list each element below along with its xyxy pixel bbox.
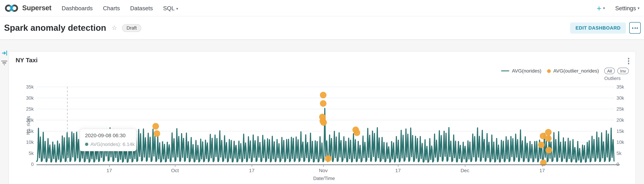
right-y-axis-tick-label: 25k bbox=[616, 106, 624, 112]
series-dot-icon bbox=[85, 143, 88, 146]
superset-app: Superset Dashboards Charts Datasets SQL▾… bbox=[0, 0, 644, 184]
settings-label: Settings bbox=[615, 5, 636, 11]
y-axis-tick-label: 25k bbox=[22, 106, 34, 112]
more-actions-button[interactable] bbox=[629, 22, 641, 34]
nav-item-sql[interactable]: SQL▾ bbox=[163, 5, 178, 11]
chart-kebab-menu-icon[interactable] bbox=[627, 57, 630, 65]
x-axis-tick-mark bbox=[542, 165, 542, 167]
chart-legend: AVG(norides) AVG(outlier_norides) All In… bbox=[501, 68, 629, 74]
x-axis-tick-label: 17 bbox=[101, 168, 118, 173]
favorite-star-icon[interactable]: ☆ bbox=[112, 24, 117, 31]
brand-name[interactable]: Superset bbox=[22, 4, 52, 12]
outlier-point[interactable]: 2020-12-16 12:00: 8800 bbox=[538, 142, 545, 148]
y-axis-tick-label: 30k bbox=[22, 95, 34, 101]
chevron-down-icon: ▾ bbox=[176, 6, 178, 11]
legend-select-all-button[interactable]: All bbox=[604, 68, 615, 74]
header-actions: EDIT DASHBOARD bbox=[570, 22, 644, 34]
x-axis-tick-mark bbox=[323, 165, 324, 167]
x-axis-line bbox=[36, 164, 620, 165]
outlier-point[interactable]: 2020-12-18 15:00: 6400 bbox=[545, 147, 552, 154]
outlier-point[interactable]: 2020-11-07 12:00: 14300 bbox=[354, 129, 360, 136]
chart-tooltip: 2020-09-08 06:30 AVG(norides): 6.14k bbox=[80, 129, 136, 151]
chart-plot-area[interactable]: NY Taxi AVG(norides) AVG(outlier_norides… bbox=[9, 52, 636, 184]
legend-item-norides[interactable]: AVG(norides) bbox=[501, 68, 541, 74]
outlier-point[interactable]: 2020-09-26 12:00: 13900 bbox=[154, 130, 160, 137]
ellipsis-icon bbox=[632, 27, 633, 28]
dashboard-content: NY Taxi AVG(norides) AVG(outlier_norides… bbox=[0, 40, 644, 184]
page-title: Spark anomaly detection bbox=[4, 23, 106, 33]
line-swatch-icon bbox=[501, 71, 510, 72]
x-axis-tick-mark bbox=[252, 165, 252, 167]
edit-dashboard-button[interactable]: EDIT DASHBOARD bbox=[570, 22, 626, 33]
y-axis-title: No. rides bbox=[26, 112, 31, 139]
chevron-down-icon: ▾ bbox=[638, 6, 640, 10]
chart-card: NY Taxi AVG(norides) AVG(outlier_norides… bbox=[8, 51, 636, 184]
outlier-point[interactable]: 2020-11-01 11:30: 27500 bbox=[320, 100, 326, 107]
right-y-axis-tick-label: 5k bbox=[616, 151, 622, 156]
nav-item-dashboards[interactable]: Dashboards bbox=[62, 5, 93, 11]
right-y-axis-tick-label: 30k bbox=[616, 95, 624, 101]
x-axis-tick-label: 17 bbox=[534, 168, 550, 173]
outlier-point[interactable]: 2020-11-02 13:00: 2600 bbox=[325, 155, 332, 162]
dashboard-header: Spark anomaly detection ☆ Draft EDIT DAS… bbox=[0, 16, 644, 40]
timeseries-chart[interactable]: 2020-09-26 09:00: 172002020-09-26 12:00:… bbox=[36, 87, 614, 164]
circle-swatch-icon bbox=[547, 69, 551, 73]
y-axis-tick-label: 15k bbox=[22, 128, 34, 134]
x-axis-tick-mark bbox=[109, 165, 110, 167]
y-axis-tick-label: 35k bbox=[22, 84, 34, 90]
outlier-point[interactable]: 2020-11-01 11:00: 31300 bbox=[320, 92, 326, 98]
outlier-point[interactable]: 2020-12-18 12:00: 11700 bbox=[545, 135, 552, 142]
outlier-point[interactable]: 2020-12-18 09:00: 14500 bbox=[545, 129, 552, 136]
x-axis-tick-label: Dec bbox=[457, 168, 473, 173]
expand-filter-bar-icon[interactable] bbox=[2, 50, 7, 58]
x-axis-title: Date/Time bbox=[295, 176, 353, 181]
nav-right-group: + ▾ Settings ▾ bbox=[596, 4, 644, 12]
tooltip-value: AVG(norides): 6.14k bbox=[90, 141, 134, 147]
x-axis-tick-mark bbox=[398, 165, 398, 167]
x-axis-tick-label: 17 bbox=[244, 168, 260, 173]
right-y-axis-tick-label: 15k bbox=[616, 128, 624, 134]
x-axis-tick-mark bbox=[175, 165, 175, 167]
legend-invert-button[interactable]: Inv bbox=[617, 68, 629, 74]
right-y-axis-tick-label: 0 bbox=[616, 162, 619, 167]
tooltip-datetime: 2020-09-08 06:30 bbox=[85, 133, 131, 139]
new-item-button[interactable]: + ▾ bbox=[596, 4, 605, 12]
nav-item-charts[interactable]: Charts bbox=[103, 5, 120, 11]
outlier-point[interactable]: 2020-09-26 09:00: 17200 bbox=[152, 123, 159, 130]
y-axis-tick-label: 10k bbox=[22, 139, 34, 145]
right-y-axis-tick-label: 35k bbox=[616, 84, 624, 90]
chart-title: NY Taxi bbox=[16, 57, 38, 64]
x-axis-tick-label: Oct bbox=[167, 168, 183, 173]
chevron-down-icon: ▾ bbox=[603, 6, 605, 10]
plus-icon: + bbox=[596, 4, 602, 12]
outlier-point[interactable]: 2020-11-01 10:00: 18900 bbox=[320, 119, 327, 126]
outlier-point[interactable]: 2020-12-17 02:00: 700 bbox=[540, 160, 547, 166]
filter-list-icon[interactable] bbox=[1, 61, 7, 65]
superset-logo-icon[interactable] bbox=[4, 3, 19, 13]
y-axis-tick-label: 0 bbox=[22, 162, 34, 167]
status-badge: Draft bbox=[122, 24, 141, 32]
settings-menu[interactable]: Settings ▾ bbox=[615, 5, 640, 11]
legend-item-outlier-norides[interactable]: AVG(outlier_norides) bbox=[547, 68, 599, 74]
right-y-axis-tick-label: 10k bbox=[616, 139, 624, 145]
x-axis-tick-label: 17 bbox=[390, 168, 406, 173]
y-axis-tick-label: 5k bbox=[22, 151, 34, 156]
x-axis-tick-label: Nov bbox=[315, 168, 332, 173]
right-y-axis-tick-label: 20k bbox=[616, 117, 624, 123]
top-nav: Superset Dashboards Charts Datasets SQL▾… bbox=[0, 0, 644, 16]
y-axis-tick-label: 20k bbox=[22, 117, 34, 123]
nav-item-datasets[interactable]: Datasets bbox=[130, 5, 153, 11]
right-axis-title: Outliers bbox=[604, 76, 620, 81]
x-axis-tick-mark bbox=[465, 165, 465, 167]
